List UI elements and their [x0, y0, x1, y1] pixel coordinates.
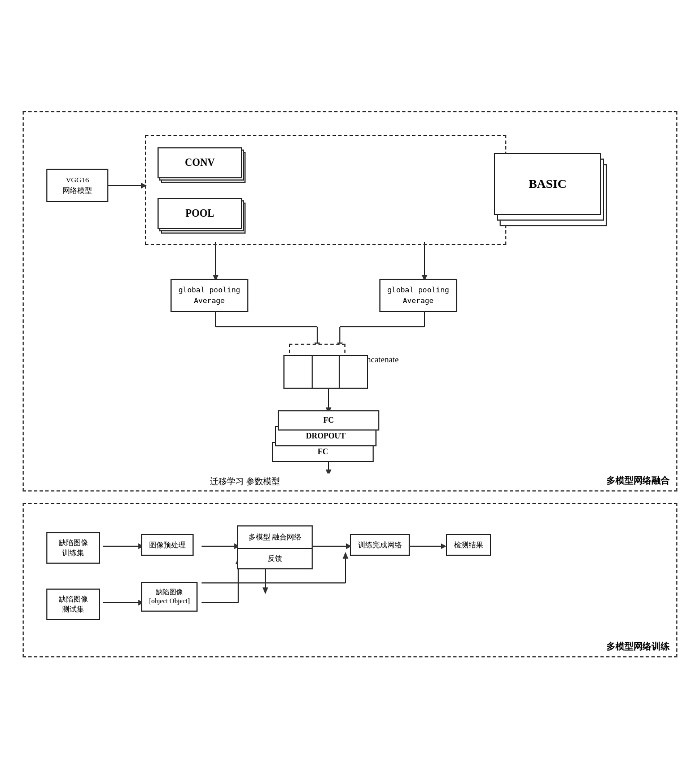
vgg16-box: VGG16 网络模型 [46, 169, 108, 202]
pooling-left-line1: global pooling [178, 286, 240, 294]
right-pooling-box: global pooling Average [379, 279, 457, 312]
transfer-label: 迁移学习 参数模型 [210, 476, 280, 487]
defect-train-box: 缺陷图像 训练集 [46, 532, 100, 564]
defect-image-preprocess-box: 缺陷图像 [object Object] [141, 582, 198, 612]
fusion-network-label: 多模型 融合网络 [238, 526, 312, 549]
top-section-label: 多模型网络融合 [606, 475, 670, 487]
trained-network-label: 训练完成网络 [358, 541, 402, 549]
bottom-section-label: 多模型网络训练 [606, 641, 670, 653]
svg-marker-19 [326, 469, 331, 473]
defect-train-line2: 训练集 [62, 548, 84, 557]
top-section: VGG16 网络模型 CONV [23, 111, 677, 491]
concatenate-block [278, 344, 402, 389]
feedback-label: 反馈 [238, 549, 312, 568]
basic-label: BASIC [494, 153, 601, 215]
fc-top: FC [278, 410, 379, 431]
defect-preprocess-line1: 缺陷图像 [156, 588, 183, 596]
main-container: VGG16 网络模型 CONV [23, 111, 677, 657]
inner-network-box: CONV POOL BASIC [145, 135, 506, 245]
pooling-left-line2: Average [194, 296, 225, 305]
image-preprocess-label: 图像预处理 [149, 541, 186, 549]
fc-stack: FC DROPOUT FC [266, 410, 396, 467]
diagram-area: VGG16 网络模型 CONV [41, 124, 659, 473]
defect-train-line1: 缺陷图像 [59, 538, 88, 547]
vgg16-line2: 网络模型 [63, 186, 92, 195]
svg-marker-37 [343, 552, 348, 559]
left-pooling-box: global pooling Average [170, 279, 248, 312]
image-preprocess-box: 图像预处理 [141, 534, 194, 556]
conv-label: CONV [158, 147, 242, 178]
defect-test-line1: 缺陷图像 [59, 595, 88, 603]
defect-preprocess-label: [object Object] [149, 597, 190, 605]
pooling-right-line2: Average [403, 296, 434, 305]
detection-result-box: 检测结果 [446, 534, 491, 556]
pool-label: POOL [158, 198, 242, 229]
pooling-right-line1: global pooling [387, 286, 449, 294]
detection-result-label: 检测结果 [454, 541, 483, 549]
vgg16-line1: VGG16 [65, 175, 89, 184]
svg-marker-34 [262, 587, 268, 594]
defect-test-box: 缺陷图像 测试集 [46, 589, 100, 620]
trained-network-box: 训练完成网络 [350, 534, 410, 556]
training-diagram: 缺陷图像 训练集 图像预处理 多模型 融合网络 反馈 训练完成网络 [41, 515, 659, 639]
defect-test-line2: 测试集 [62, 605, 84, 613]
fusion-network-box: 多模型 融合网络 反馈 [237, 525, 313, 569]
bottom-section: 缺陷图像 训练集 图像预处理 多模型 融合网络 反馈 训练完成网络 [23, 503, 677, 657]
